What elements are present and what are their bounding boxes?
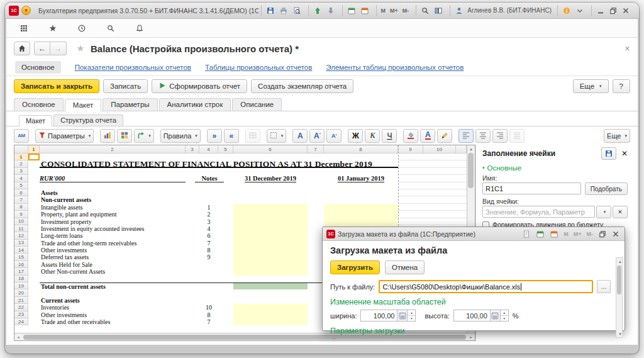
sheet-cell[interactable] xyxy=(398,189,423,196)
column-header[interactable]: 9 xyxy=(398,145,423,154)
panel-save-button[interactable] xyxy=(601,147,616,160)
value-cell[interactable] xyxy=(233,168,308,175)
period1-header-cell[interactable]: 31 December 2019 xyxy=(233,175,308,182)
main-menu-button[interactable]: ▾ xyxy=(21,6,31,15)
help-button[interactable]: ? xyxy=(613,79,630,93)
value-cell[interactable] xyxy=(324,218,398,225)
value-cell[interactable] xyxy=(233,297,308,304)
row-header[interactable]: 3 xyxy=(14,168,28,175)
print-icon[interactable] xyxy=(278,6,289,16)
sheet-cell[interactable] xyxy=(186,204,199,211)
sheet-cell[interactable] xyxy=(423,204,456,211)
width-spinner[interactable]: ▲▼ xyxy=(408,310,416,322)
sheet-cell[interactable] xyxy=(218,218,233,225)
sheet-cell[interactable] xyxy=(218,204,233,211)
sheet-cell[interactable] xyxy=(28,268,40,275)
sheet-cell[interactable] xyxy=(28,240,40,247)
sheet-cell[interactable]: Intangible assets xyxy=(40,204,186,211)
sheet-cell[interactable]: 8 xyxy=(199,247,218,254)
sheet-cell[interactable] xyxy=(186,289,199,296)
sheet-cell[interactable] xyxy=(218,276,233,282)
sheet-cell[interactable] xyxy=(186,211,199,218)
sheet-cell[interactable]: Current assets xyxy=(40,297,186,304)
sheet-cell[interactable] xyxy=(218,304,233,311)
value-cell[interactable] xyxy=(233,304,308,311)
sheet-cell[interactable] xyxy=(186,254,199,260)
load-button[interactable]: Загрузить xyxy=(330,260,380,274)
sheet-cell[interactable] xyxy=(218,318,233,325)
notifications-button[interactable] xyxy=(133,22,146,35)
sheet-cell[interactable] xyxy=(28,225,40,232)
value-cell[interactable] xyxy=(233,189,308,196)
sheet-cell[interactable] xyxy=(28,247,40,254)
sheet-cell[interactable] xyxy=(199,276,218,282)
sheet-cell[interactable] xyxy=(218,289,233,296)
row-header[interactable]: 5 xyxy=(14,182,28,189)
sheet-cell[interactable] xyxy=(308,175,324,182)
generate-report-button[interactable]: Сформировать отчет xyxy=(152,79,247,93)
column-header[interactable]: 5 xyxy=(218,145,233,154)
sheet-cell[interactable]: 1 xyxy=(199,204,218,211)
height-input[interactable]: 100,00 xyxy=(453,310,490,322)
sheet-cell[interactable]: Assets Held for Sale xyxy=(40,261,186,268)
collapse-icon[interactable]: « xyxy=(224,129,239,143)
sheet-cell[interactable] xyxy=(398,218,423,225)
history-button[interactable] xyxy=(75,22,88,35)
highlight-icon[interactable] xyxy=(437,129,452,143)
sheet-cell[interactable] xyxy=(28,311,40,318)
sheet-cell[interactable] xyxy=(186,268,199,275)
sheet-cell[interactable] xyxy=(28,175,40,182)
value-cell[interactable] xyxy=(233,268,308,275)
kind-dropdown-button[interactable]: ▾ xyxy=(596,206,611,218)
row-header[interactable]: 12 xyxy=(14,232,28,239)
value-cell[interactable] xyxy=(233,232,308,239)
minimize-button[interactable] xyxy=(595,6,606,15)
sheet-cell[interactable] xyxy=(308,182,324,189)
sheet-cell[interactable] xyxy=(186,261,199,268)
sheet-cell[interactable] xyxy=(40,182,186,189)
sheet-cell[interactable]: Long-term loans xyxy=(40,232,186,239)
sheet-cell[interactable] xyxy=(28,168,40,175)
panel-close-icon[interactable]: ✕ xyxy=(621,149,628,158)
sheet-cell[interactable] xyxy=(456,175,467,182)
toolbar-more-button[interactable]: Еще▾ xyxy=(604,129,630,143)
save-icon[interactable] xyxy=(265,6,276,16)
scale-section[interactable]: Изменение масштаба областей xyxy=(330,298,611,306)
load-icon[interactable] xyxy=(312,6,323,16)
sheet-cell[interactable] xyxy=(218,261,233,268)
sheet-cell[interactable] xyxy=(456,218,467,225)
tab-Параметры[interactable]: Параметры xyxy=(103,98,157,111)
unload-icon[interactable] xyxy=(325,6,336,16)
sheet-cell[interactable] xyxy=(199,182,218,189)
sheet-cell[interactable]: 9 xyxy=(199,254,218,260)
scroll-up-icon[interactable]: ▲ xyxy=(616,258,624,265)
sheet-cell[interactable]: Assets xyxy=(40,189,186,196)
sheet-cell[interactable] xyxy=(199,196,218,203)
sheet-cell[interactable] xyxy=(218,196,233,203)
value-cell[interactable] xyxy=(324,182,398,189)
sheet-cell[interactable] xyxy=(218,268,233,275)
row-header[interactable]: 22 xyxy=(14,304,28,311)
sheet-cell[interactable] xyxy=(28,304,40,311)
row-header[interactable]: 16 xyxy=(14,261,28,268)
sheet-cell[interactable]: Trade and other long-term receivables xyxy=(40,240,186,247)
dialog-close-button[interactable] xyxy=(610,229,621,238)
value-cell[interactable] xyxy=(324,211,398,218)
sheet-cell[interactable] xyxy=(423,175,456,182)
row-header[interactable]: 4 xyxy=(14,175,28,182)
sheet-cell[interactable] xyxy=(398,204,423,211)
sheet-cell[interactable] xyxy=(28,189,40,196)
sheet-cell[interactable] xyxy=(186,247,199,254)
value-cell[interactable] xyxy=(233,182,308,189)
align-justify-icon[interactable] xyxy=(509,129,525,143)
sheet-cell[interactable] xyxy=(186,276,199,282)
sheet-cell[interactable] xyxy=(218,311,233,318)
scroll-left-icon[interactable]: ◂ xyxy=(14,333,22,340)
file-path-input[interactable]: C:\Users\G5080\Desktop\Фишки\Balance.xls xyxy=(379,280,593,293)
value-cell[interactable] xyxy=(233,204,308,211)
forward-button[interactable]: → xyxy=(50,42,67,55)
sheet-cell[interactable]: Investment property xyxy=(40,218,186,225)
scroll-up-icon[interactable]: ▲ xyxy=(467,145,475,152)
sheet-cell[interactable] xyxy=(28,196,40,203)
sheet-cell[interactable]: Trade and other receivables xyxy=(40,318,186,325)
